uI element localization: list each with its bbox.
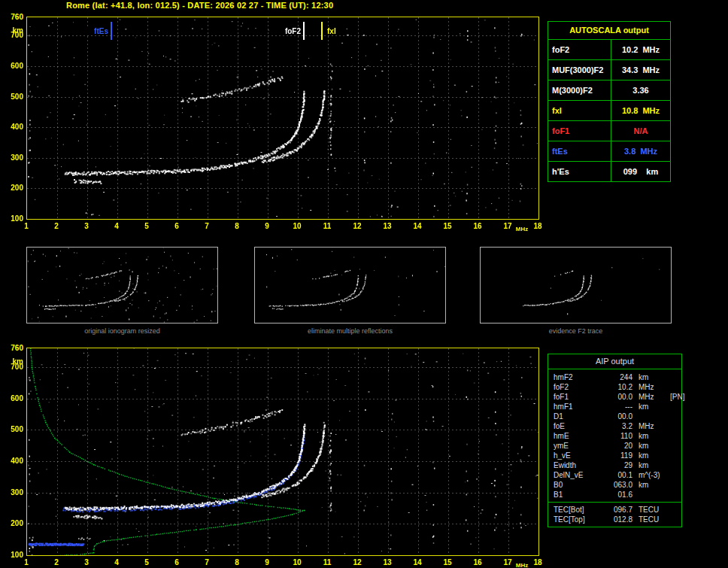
autoscala-param-label: foF1 — [548, 121, 611, 141]
x-axis-label-bottom: 11 — [320, 558, 335, 566]
x-axis-label-top: 16 — [470, 222, 485, 230]
x-axis-label-top: 2 — [49, 222, 64, 230]
marker-label-foF2: foF2 — [274, 27, 302, 35]
x-axis-label-bottom: 8 — [229, 558, 244, 566]
marker-label-fxI: fxI — [326, 27, 338, 35]
aip-param-value: 00.1 — [605, 470, 632, 480]
aip-param-unit: km — [632, 460, 670, 470]
aip-param-value: 10.2 — [605, 382, 632, 392]
aip-param-unit: km — [632, 441, 670, 451]
autoscala-param-value: 10.2 MHz — [611, 40, 670, 59]
x-axis-label-bottom: 6 — [169, 558, 184, 566]
aip-row-Ewidth: Ewidth29km — [548, 460, 681, 470]
autoscala-param-label: h'Es — [548, 162, 611, 181]
autoscala-param-value: 3.36 — [611, 80, 670, 100]
aip-row-foF1: foF100.0MHz[PN] — [548, 392, 681, 402]
thumb-caption-original: original ionogram resized — [26, 327, 218, 335]
aip-param-unit: m^(-3) — [632, 470, 670, 480]
aip-param-value: 096.7 — [605, 505, 632, 515]
thumb-caption-reflections: eliminate multiple reflections — [254, 327, 446, 335]
aip-tec-rows: TEC[Bot]096.7TECUTEC[Top]012.8TECU — [548, 502, 681, 524]
thumb-multiple-reflections-removed — [254, 247, 446, 323]
thumb-caption-f2: evidence F2 trace — [480, 327, 672, 335]
thumb-f2-trace-evidence — [480, 247, 672, 323]
aip-param-extra: [PN] — [670, 392, 684, 402]
aip-row-ymE: ymE20km — [548, 441, 681, 451]
aip-param-label: hmF2 — [548, 372, 605, 382]
y-axis-label-top: 400 — [1, 123, 23, 131]
aip-row-TEC[Bot]: TEC[Bot]096.7TECU — [548, 505, 681, 515]
aip-output-table: AIP output hmF2244kmfoF210.2MHzfoF100.0M… — [548, 354, 682, 527]
aip-param-value: 00.0 — [605, 412, 632, 421]
aip-param-unit: km — [632, 431, 670, 441]
x-axis-label-top: 3 — [79, 222, 94, 230]
aip-param-label: hmE — [548, 431, 605, 441]
aip-param-label: B1 — [548, 490, 605, 500]
y-axis-label-bottom: 400 — [1, 457, 23, 465]
aip-param-unit — [632, 412, 670, 421]
aip-param-label: TEC[Bot] — [548, 505, 605, 515]
y-axis-label-bottom: 500 — [1, 425, 23, 433]
aip-param-label: DelN_vE — [548, 470, 605, 480]
autoscala-param-label: foF2 — [548, 40, 611, 59]
aip-row-hmF1: hmF1---km — [548, 402, 681, 412]
x-axis-label-bottom: 1 — [19, 558, 34, 566]
autoscala-row-foF2: foF210.2 MHz — [548, 40, 670, 60]
x-axis-label-top: 18 — [530, 222, 545, 230]
x-axis-label-top: 13 — [380, 222, 395, 230]
x-axis-label-top: 11 — [320, 222, 335, 230]
aip-param-unit: MHz — [632, 392, 670, 402]
marker-label-ftEs: ftEs — [81, 27, 110, 35]
x-axis-label-bottom: 14 — [410, 558, 425, 566]
aip-param-label: hmF1 — [548, 402, 605, 412]
x-axis-label-top: 4 — [109, 222, 124, 230]
y-axis-unit-bottom: km — [1, 357, 23, 366]
aip-param-value: --- — [605, 402, 632, 412]
aip-param-label: B0 — [548, 480, 605, 490]
autoscala-param-label: fxI — [548, 101, 611, 120]
x-axis-label-bottom: 12 — [350, 558, 365, 566]
thumb-original-ionogram — [26, 247, 218, 323]
x-axis-label-bottom: 18 — [530, 558, 545, 566]
autoscala-table-title: AUTOSCALA output — [548, 22, 670, 40]
x-axis-label-top: 7 — [199, 222, 214, 230]
aip-row-foF2: foF210.2MHz — [548, 382, 681, 392]
x-axis-label-top: 8 — [229, 222, 244, 230]
aip-param-label: foF2 — [548, 382, 605, 392]
autoscala-app-window: Rome (lat: +41.8, lon: 012.5) - DATE: 20… — [0, 0, 728, 568]
y-axis-label-bottom: 600 — [1, 394, 23, 402]
autoscala-param-label: MUF(3000)F2 — [548, 60, 611, 80]
autoscala-param-value: 10.8 MHz — [611, 101, 670, 120]
y-axis-label-bottom: 760 — [1, 344, 23, 352]
aip-table-rows: hmF2244kmfoF210.2MHzfoF100.0MHz[PN]hmF1-… — [548, 372, 681, 500]
aip-param-unit: MHz — [632, 421, 670, 431]
y-axis-label-top: 200 — [1, 184, 23, 192]
thumb-original-canvas — [27, 248, 217, 323]
autoscala-param-label: M(3000)F2 — [548, 80, 611, 100]
thumb-f2-canvas — [481, 248, 671, 323]
x-axis-label-top: 10 — [290, 222, 305, 230]
aip-param-value: 20 — [605, 441, 632, 451]
x-axis-label-bottom: 13 — [380, 558, 395, 566]
aip-table-title: AIP output — [548, 354, 681, 369]
x-axis-unit-top: MHz — [512, 226, 532, 232]
autoscala-row-foF1: foF1N/A — [548, 121, 670, 141]
aip-row-DelN_vE: DelN_vE00.1m^(-3) — [548, 470, 681, 480]
profile-ionogram-canvas — [27, 348, 538, 555]
aip-row-B1: B101.6 — [548, 490, 681, 500]
aip-row-B0: B0063.0km — [548, 480, 681, 490]
x-axis-label-bottom: 2 — [49, 558, 64, 566]
autoscala-param-value: 34.3 MHz — [611, 60, 670, 80]
aip-param-value: 3.2 — [605, 421, 632, 431]
marker-line-ftEs — [111, 22, 112, 40]
aip-row-TEC[Top]: TEC[Top]012.8TECU — [548, 515, 681, 524]
autoscala-row-M(3000)F2: M(3000)F23.36 — [548, 80, 670, 101]
aip-param-unit: TECU — [632, 505, 670, 515]
aip-param-value: 00.0 — [605, 392, 632, 402]
autoscala-param-value: 099 km — [611, 162, 670, 181]
x-axis-label-top: 9 — [259, 222, 275, 230]
aip-param-label: Ewidth — [548, 460, 605, 470]
autoscala-row-fxI: fxI10.8 MHz — [548, 101, 670, 121]
x-axis-label-bottom: 5 — [139, 558, 154, 566]
x-axis-label-top: 1 — [19, 222, 34, 230]
